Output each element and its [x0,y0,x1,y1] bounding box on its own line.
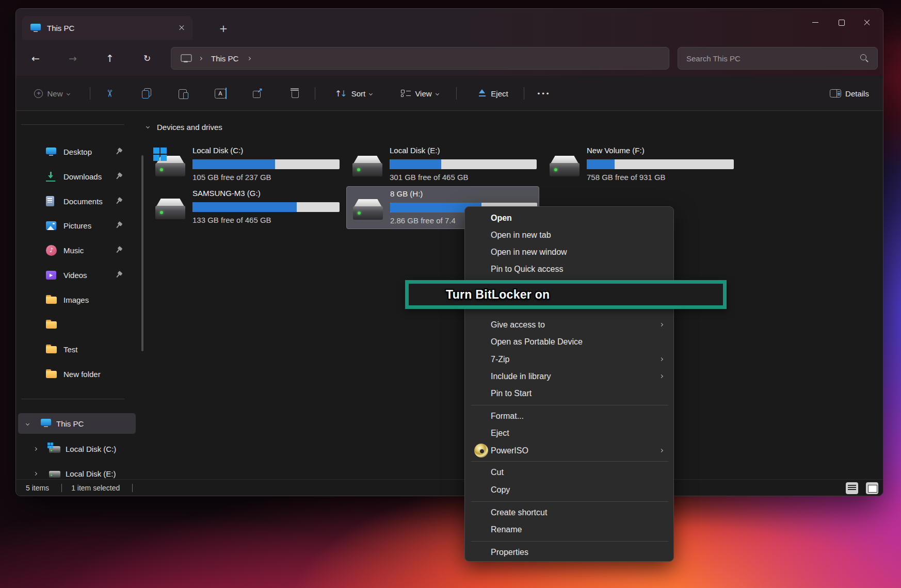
new-button[interactable]: + New [26,82,78,105]
sidebar-item-local-disk-c[interactable]: Local Disk (C:) [18,439,136,459]
more-options-button[interactable]: ••• [532,82,555,105]
section-collapse-icon[interactable] [146,125,150,128]
rename-button[interactable]: A [209,82,232,105]
menu-item-format[interactable]: Format... [468,407,672,424]
menu-item-cut[interactable]: Cut [468,464,672,481]
sidebar-item-pictures[interactable]: Pictures [18,215,136,236]
minimize-button[interactable] [802,11,828,34]
drive-local-disk-e[interactable]: Local Disk (E:) 301 GB free of 465 GB [346,143,539,186]
sidebar-item-test[interactable]: Test [18,339,136,360]
sidebar-scrollbar[interactable] [141,155,143,351]
new-tab-button[interactable]: + [215,20,232,37]
menu-item-eject[interactable]: Eject [468,424,672,442]
cut-icon: ✂ [104,89,116,97]
drive-samsung-m3-g[interactable]: SAMSUNG-M3 (G:) 133 GB free of 465 GB [149,186,342,229]
submenu-arrow-icon [659,374,663,378]
large-icons-view-toggle[interactable] [866,482,878,494]
menu-item-give-access-to[interactable]: Give access to [468,316,672,333]
up-button[interactable]: ↑ [100,48,120,69]
downloads-arrow-icon [46,172,55,182]
menu-item-copy[interactable]: Copy [468,481,672,498]
titlebar: This PC + ← → ↑ ↻ This PC [16,9,883,76]
menu-item-rename[interactable]: Rename [468,521,672,538]
search-input[interactable] [678,54,859,63]
windows-logo-icon [153,148,167,161]
section-header[interactable]: Devices and drives [157,123,222,132]
search-box[interactable] [678,47,878,70]
pictures-icon [46,221,56,230]
sidebar-item-images[interactable]: Images [18,289,136,310]
windows-logo-icon [47,443,53,448]
chevron-down-icon [436,91,439,95]
selected-count: 1 item selected [71,484,120,492]
drive-new-volume-f[interactable]: New Volume (F:) 758 GB free of 931 GB [543,143,736,186]
paste-button[interactable] [172,82,195,105]
desktop-monitor-icon [46,147,56,157]
chevron-right-icon[interactable] [34,471,37,475]
menu-item-create-shortcut[interactable]: Create shortcut [468,504,672,521]
eject-button[interactable]: Eject [468,82,518,105]
trash-icon [290,88,299,99]
pin-icon [114,146,124,157]
tab-this-pc[interactable]: This PC [22,16,192,40]
address-bar[interactable]: This PC [171,47,669,70]
breadcrumb-monitor-icon [181,54,191,63]
search-icon[interactable] [859,53,870,64]
breadcrumb-this-pc[interactable]: This PC [211,54,238,63]
sidebar-item-folder[interactable] [18,314,136,335]
drive-local-disk-c[interactable]: Local Disk (C:) 105 GB free of 237 GB [149,143,342,186]
copy-icon [141,88,152,99]
close-button[interactable] [854,11,880,34]
menu-item-open-as-portable-device[interactable]: Open as Portable Device [468,333,672,350]
chevron-down-icon [369,91,373,95]
details-view-toggle[interactable] [846,482,858,494]
menu-item-include-in-library[interactable]: Include in library [468,368,672,385]
menu-item-turn-bitlocker-on[interactable]: Turn BitLocker on [446,288,550,302]
sidebar-item-music[interactable]: ♪ Music [18,240,136,260]
submenu-arrow-icon [659,357,663,361]
cut-button[interactable]: ✂ [99,82,121,105]
menu-item-open-in-new-window[interactable]: Open in new window [468,243,672,260]
back-button[interactable]: ← [25,48,46,69]
copy-button[interactable] [135,82,158,105]
sidebar-item-this-pc[interactable]: This PC [18,413,136,434]
forward-button[interactable]: → [62,48,83,69]
poweriso-disc-icon [474,444,488,458]
menu-item-poweriso[interactable]: PowerISO [468,442,672,459]
view-button[interactable]: View [393,82,447,105]
chevron-down-icon[interactable] [26,421,29,425]
sidebar-item-desktop[interactable]: Desktop [18,141,136,162]
view-grid-icon [401,89,411,98]
menu-item-open[interactable]: Open [468,209,672,226]
sidebar-item-downloads[interactable]: Downloads [18,166,136,187]
menu-item-7-zip[interactable]: 7-Zip [468,351,672,368]
tab-close-icon[interactable] [175,21,188,35]
sidebar-item-videos[interactable]: ▶ Videos [18,265,136,285]
refresh-button[interactable]: ↻ [137,48,157,69]
folder-icon [46,369,57,379]
breadcrumb-chevron-icon [199,56,202,60]
menu-item-open-in-new-tab[interactable]: Open in new tab [468,226,672,243]
hard-drive-icon [155,156,185,177]
submenu-arrow-icon [659,449,663,452]
capacity-bar [192,159,340,169]
folder-icon [46,345,57,354]
details-button[interactable]: Details [824,82,875,105]
paste-icon [178,88,188,99]
capacity-bar [390,159,537,169]
sidebar-item-documents[interactable]: Documents [18,191,136,211]
menu-item-properties[interactable]: Properties [468,544,672,561]
breadcrumb-chevron-icon [247,56,251,60]
videos-icon: ▶ [46,271,56,280]
file-explorer-window: This PC + ← → ↑ ↻ This PC + New [15,8,883,496]
sidebar-item-new-folder[interactable]: New folder [18,364,136,384]
maximize-button[interactable] [828,11,854,34]
menu-item-pin-to-start[interactable]: Pin to Start [468,385,672,402]
submenu-arrow-icon [659,323,663,326]
share-button[interactable]: ↗ [246,82,269,105]
sort-button[interactable]: ↑↓ Sort [328,82,379,105]
chevron-right-icon[interactable] [34,447,37,450]
delete-button[interactable] [283,82,306,105]
drive-name: 8 GB (H:) [390,189,537,201]
menu-item-pin-to-quick-access[interactable]: Pin to Quick access [468,260,672,277]
